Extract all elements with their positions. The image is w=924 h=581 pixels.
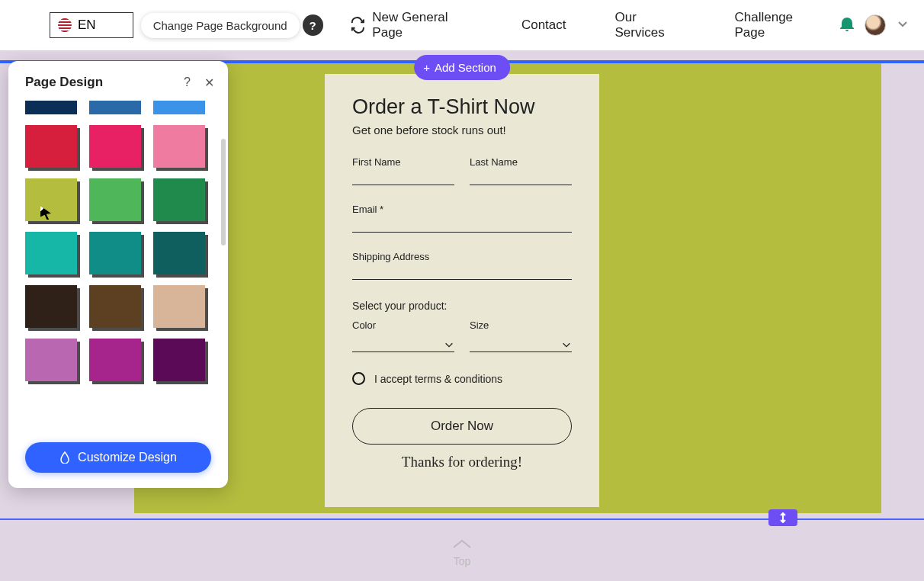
color-swatch[interactable] bbox=[153, 178, 205, 221]
language-label: EN bbox=[78, 18, 96, 33]
chevron-up-icon bbox=[452, 538, 472, 551]
panel-close-icon[interactable]: ✕ bbox=[204, 75, 214, 90]
nav-challenge-page[interactable]: Challenge Page bbox=[732, 10, 826, 40]
change-background-tooltip: Change Page Background bbox=[141, 13, 300, 38]
color-swatch[interactable] bbox=[25, 232, 77, 274]
terms-checkbox[interactable]: I accept terms & conditions bbox=[352, 372, 572, 385]
color-swatch[interactable] bbox=[89, 178, 141, 221]
plus-icon: + bbox=[423, 61, 430, 74]
nav-group: New General Page Contact Our Services Ch… bbox=[345, 10, 825, 40]
help-icon[interactable]: ? bbox=[303, 14, 323, 36]
us-flag-icon bbox=[58, 18, 72, 32]
chevron-down-icon bbox=[444, 339, 454, 350]
paint-drop-icon bbox=[59, 451, 70, 464]
color-swatch[interactable] bbox=[153, 125, 205, 168]
new-page-button[interactable]: New General Page bbox=[345, 10, 476, 40]
color-swatch[interactable] bbox=[89, 232, 141, 274]
form-title: Order a T-Shirt Now bbox=[352, 95, 572, 119]
notification-bell-icon[interactable] bbox=[840, 16, 854, 35]
color-swatch[interactable] bbox=[89, 125, 141, 168]
thanks-message: Thanks for ordering! bbox=[352, 454, 572, 470]
language-selector[interactable]: EN bbox=[50, 12, 133, 38]
color-swatch[interactable] bbox=[153, 339, 205, 381]
panel-title: Page Design bbox=[25, 75, 103, 90]
color-swatch[interactable] bbox=[153, 101, 205, 114]
section-resize-handle[interactable] bbox=[768, 509, 797, 526]
swatch-scroll[interactable] bbox=[8, 101, 228, 432]
add-section-button[interactable]: + Add Section bbox=[414, 55, 510, 80]
color-swatch[interactable] bbox=[153, 285, 205, 328]
color-swatch[interactable] bbox=[25, 339, 77, 381]
swap-icon bbox=[349, 16, 367, 34]
color-swatch[interactable] bbox=[153, 232, 205, 274]
account-chevron-icon[interactable] bbox=[897, 18, 909, 33]
last-name-field[interactable]: Last Name bbox=[470, 156, 572, 185]
color-swatch[interactable] bbox=[25, 285, 77, 328]
customize-design-button[interactable]: Customize Design bbox=[25, 442, 211, 473]
swatch-scrollbar[interactable] bbox=[221, 101, 226, 432]
order-now-button[interactable]: Order Now bbox=[352, 408, 572, 445]
color-select[interactable]: Color bbox=[352, 319, 454, 352]
color-swatch[interactable] bbox=[89, 339, 141, 381]
chevron-down-icon bbox=[561, 339, 572, 350]
radio-circle-icon bbox=[352, 372, 365, 385]
nav-contact[interactable]: Contact bbox=[518, 18, 569, 33]
size-select[interactable]: Size bbox=[470, 319, 572, 352]
top-right-controls bbox=[840, 14, 909, 36]
form-subtitle: Get one before stock runs out! bbox=[352, 124, 572, 136]
email-field[interactable]: Email * bbox=[352, 204, 572, 233]
shipping-address-field[interactable]: Shipping Address bbox=[352, 251, 572, 280]
order-form-card: Order a T-Shirt Now Get one before stock… bbox=[325, 74, 599, 507]
user-avatar[interactable] bbox=[865, 14, 886, 36]
color-swatch[interactable] bbox=[89, 285, 141, 328]
page-design-panel: Page Design ? ✕ Customize Design bbox=[8, 61, 228, 488]
first-name-field[interactable]: First Name bbox=[352, 156, 454, 185]
color-swatch[interactable] bbox=[25, 178, 77, 221]
scrollbar-thumb[interactable] bbox=[221, 139, 226, 246]
swatch-grid bbox=[25, 101, 211, 381]
top-bar: EN Change Page Background ? New General … bbox=[0, 0, 924, 50]
back-to-top[interactable]: Top bbox=[452, 538, 472, 567]
color-swatch[interactable] bbox=[89, 101, 141, 114]
panel-header: Page Design ? ✕ bbox=[8, 61, 228, 101]
select-product-label: Select your product: bbox=[352, 300, 572, 312]
color-swatch[interactable] bbox=[25, 125, 77, 168]
panel-help-icon[interactable]: ? bbox=[184, 75, 191, 90]
nav-our-services[interactable]: Our Services bbox=[612, 10, 689, 40]
color-swatch[interactable] bbox=[25, 101, 77, 114]
